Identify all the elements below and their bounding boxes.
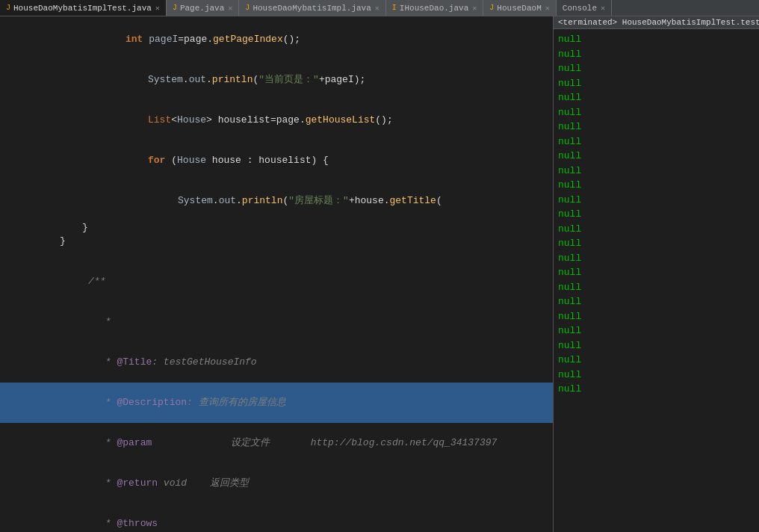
tab-housedaomybatisimpl[interactable]: J HouseDaoMybatisImpl.java ✕ <box>239 0 385 16</box>
console-line-12: null <box>558 193 755 208</box>
code-line-8 <box>0 248 553 262</box>
console-line-20: null <box>558 309 755 324</box>
console-header: <terminated> HouseDaoMybatisImplTest.tes… <box>554 16 759 29</box>
console-line-16: null <box>558 251 755 266</box>
code-line-12: * @Description: 查询所有的房屋信息 <box>0 383 553 423</box>
tab-housedaom[interactable]: J HouseDaoM ✕ <box>483 0 556 16</box>
code-line-7: } <box>0 235 553 248</box>
tab-close-0[interactable]: ✕ <box>155 4 160 13</box>
tab-close-2[interactable]: ✕ <box>375 4 380 13</box>
console-line-8: null <box>558 134 755 149</box>
code-line-3: List<House> houselist=page.getHouseList(… <box>0 100 553 140</box>
console-line-10: null <box>558 164 755 179</box>
tab-page[interactable]: J Page.java ✕ <box>167 0 239 16</box>
code-line-6: } <box>0 221 553 235</box>
console-line-3: null <box>558 61 755 76</box>
java-icon-2: J <box>173 4 177 12</box>
tab-housedaomybatisimpltest[interactable]: J HouseDaoMybatisImplTest.java ✕ <box>0 0 167 16</box>
tab-ihousedao[interactable]: I IHouseDao.java ✕ <box>386 0 483 16</box>
code-line-15: * @throws <box>0 504 553 532</box>
tab-console[interactable]: Console ✕ <box>557 0 612 16</box>
console-line-1: null <box>558 32 755 47</box>
console-line-24: null <box>558 368 755 383</box>
console-line-7: null <box>558 120 755 134</box>
code-line-9: /** <box>0 262 553 302</box>
console-line-5: null <box>558 90 755 105</box>
console-line-13: null <box>558 207 755 222</box>
console-line-9: null <box>558 149 755 164</box>
console-line-17: null <box>558 265 755 280</box>
console-line-14: null <box>558 222 755 237</box>
tab-close-1[interactable]: ✕ <box>228 4 232 13</box>
editor-pane[interactable]: int pageI=page.getPageIndex(); System.ou… <box>0 16 553 532</box>
java-icon-3: J <box>245 4 250 12</box>
console-pane: <terminated> HouseDaoMybatisImplTest.tes… <box>553 16 759 532</box>
java-icon-4: I <box>392 4 397 12</box>
code-line-13: * @param 设定文件 http://blog.csdn.net/qq_34… <box>0 423 553 463</box>
code-line-1: int pageI=page.getPageIndex(); <box>0 19 553 60</box>
tab-bar: J HouseDaoMybatisImplTest.java ✕ J Page.… <box>0 0 759 16</box>
console-line-21: null <box>558 324 755 338</box>
tab-close-4[interactable]: ✕ <box>545 4 550 13</box>
tab-close-5[interactable]: ✕ <box>601 4 605 13</box>
code-line-14: * @return void 返回类型 <box>0 463 553 504</box>
console-line-22: null <box>558 338 755 353</box>
console-line-25: null <box>558 382 755 397</box>
console-line-15: null <box>558 236 755 251</box>
console-line-19: null <box>558 294 755 309</box>
console-line-11: null <box>558 178 755 193</box>
code-line-11: * @Title: testGetHouseInfo <box>0 342 553 383</box>
main-area: int pageI=page.getPageIndex(); System.ou… <box>0 16 759 532</box>
console-content: null null null null null null null null … <box>554 29 759 532</box>
code-area: int pageI=page.getPageIndex(); System.ou… <box>0 16 553 532</box>
code-line-4: for (House house : houselist) { <box>0 140 553 181</box>
code-line-10: * <box>0 302 553 342</box>
code-line-5: System.out.println("房屋标题："+house.getTitl… <box>0 181 553 221</box>
console-line-2: null <box>558 47 755 62</box>
java-icon-5: J <box>489 4 494 12</box>
code-line-2: System.out.println("当前页是："+pageI); <box>0 60 553 100</box>
tab-close-3[interactable]: ✕ <box>472 4 477 13</box>
console-line-18: null <box>558 280 755 295</box>
console-line-4: null <box>558 76 755 91</box>
console-line-6: null <box>558 105 755 120</box>
console-line-23: null <box>558 353 755 368</box>
java-icon: J <box>6 4 10 12</box>
